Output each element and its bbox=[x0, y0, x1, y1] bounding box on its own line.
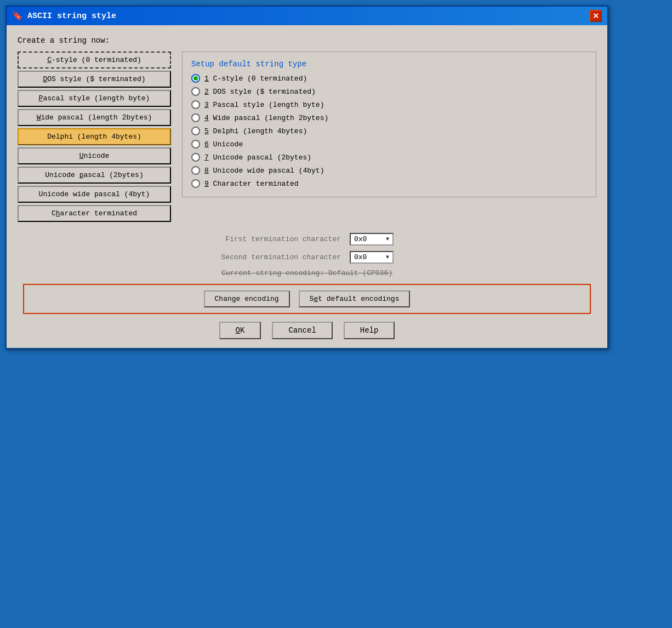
ok-button[interactable]: OK bbox=[219, 322, 261, 339]
window-title: ASCII string style bbox=[27, 12, 116, 21]
radio-4[interactable] bbox=[191, 113, 200, 122]
radio-label-2: 2 DOS style ($ terminated) bbox=[204, 88, 316, 96]
radio-6[interactable] bbox=[191, 140, 200, 149]
left-buttons: C-style (0 terminated) DOS style ($ term… bbox=[18, 52, 171, 222]
setup-group: Setup default string type 1 C-style (0 t… bbox=[182, 52, 596, 197]
create-label: Create a string now: bbox=[18, 36, 596, 45]
second-termination-label: Second termination character bbox=[220, 253, 341, 261]
btn-unicode-wide[interactable]: Unicode wide pascal (4byt) bbox=[18, 186, 171, 203]
first-termination-row: First termination character 0x0 ▼ bbox=[23, 233, 591, 246]
radio-label-8: 8 Unicode wide pascal (4byt) bbox=[204, 167, 324, 175]
radio-2[interactable] bbox=[191, 87, 200, 96]
radio-label-3: 3 Pascal style (length byte) bbox=[204, 101, 324, 109]
title-bar: 🔖 ASCII string style ✕ bbox=[7, 7, 607, 25]
window-icon: 🔖 bbox=[12, 10, 23, 21]
set-default-encodings-button[interactable]: Set default encodings bbox=[299, 290, 411, 307]
dialog-content: Create a string now: C-style (0 terminat… bbox=[7, 25, 607, 348]
radio-5[interactable] bbox=[191, 127, 200, 135]
radio-item-2[interactable]: 2 DOS style ($ terminated) bbox=[191, 87, 587, 96]
first-termination-label: First termination character bbox=[220, 235, 341, 243]
first-termination-select[interactable]: 0x0 ▼ bbox=[350, 233, 394, 246]
second-termination-arrow: ▼ bbox=[386, 254, 389, 260]
radio-label-1: 1 C-style (0 terminated) bbox=[204, 75, 307, 83]
radio-label-5: 5 Delphi (length 4bytes) bbox=[204, 127, 307, 135]
first-termination-arrow: ▼ bbox=[386, 236, 389, 242]
radio-label-9: 9 Character terminated bbox=[204, 180, 299, 188]
radio-item-1[interactable]: 1 C-style (0 terminated) bbox=[191, 74, 587, 83]
btn-dos-style[interactable]: DOS style ($ terminated) bbox=[18, 71, 171, 88]
radio-item-4[interactable]: 4 Wide pascal (length 2bytes) bbox=[191, 113, 587, 122]
radio-3[interactable] bbox=[191, 100, 200, 109]
btn-delphi[interactable]: Delphi (length 4bytes) bbox=[18, 128, 171, 145]
radio-item-3[interactable]: 3 Pascal style (length byte) bbox=[191, 100, 587, 109]
btn-wide-pascal[interactable]: Wide pascal (length 2bytes) bbox=[18, 109, 171, 126]
cancel-label: Cancel bbox=[288, 326, 316, 335]
main-layout: C-style (0 terminated) DOS style ($ term… bbox=[18, 52, 596, 222]
btn-unicode-pascal[interactable]: Unicode pascal (2bytes) bbox=[18, 167, 171, 184]
radio-item-7[interactable]: 7 Unicode pascal (2bytes) bbox=[191, 153, 587, 162]
radio-list: 1 C-style (0 terminated) 2 DOS style ($ … bbox=[191, 74, 587, 188]
radio-8[interactable] bbox=[191, 166, 200, 175]
second-termination-select[interactable]: 0x0 ▼ bbox=[350, 251, 394, 264]
radio-label-6: 6 Unicode bbox=[204, 140, 243, 149]
radio-label-7: 7 Unicode pascal (2bytes) bbox=[204, 153, 311, 162]
bottom-section: First termination character 0x0 ▼ Second… bbox=[18, 233, 596, 339]
encoding-box: Change encoding Set default encodings bbox=[23, 284, 591, 314]
radio-item-5[interactable]: 5 Delphi (length 4bytes) bbox=[191, 127, 587, 135]
second-termination-row: Second termination character 0x0 ▼ bbox=[23, 251, 591, 264]
ascii-string-style-dialog: 🔖 ASCII string style ✕ Create a string n… bbox=[5, 5, 608, 349]
help-label: Help bbox=[360, 326, 379, 335]
title-bar-left: 🔖 ASCII string style bbox=[12, 10, 116, 21]
radio-item-9[interactable]: 9 Character terminated bbox=[191, 179, 587, 188]
radio-label-4: 4 Wide pascal (length 2bytes) bbox=[204, 114, 328, 122]
close-button[interactable]: ✕ bbox=[590, 10, 602, 22]
btn-char-terminated[interactable]: Character terminated bbox=[18, 205, 171, 222]
btn-pascal-style[interactable]: Pascal style (length byte) bbox=[18, 90, 171, 107]
radio-1[interactable] bbox=[191, 74, 200, 83]
current-encoding-info: Current string encoding: Default (CP936) bbox=[23, 269, 591, 277]
setup-group-title: Setup default string type bbox=[191, 60, 587, 68]
change-encoding-button[interactable]: Change encoding bbox=[204, 290, 290, 307]
cancel-button[interactable]: Cancel bbox=[272, 322, 332, 339]
radio-item-6[interactable]: 6 Unicode bbox=[191, 140, 587, 149]
radio-item-8[interactable]: 8 Unicode wide pascal (4byt) bbox=[191, 166, 587, 175]
bottom-buttons: OK Cancel Help bbox=[23, 322, 591, 339]
radio-7[interactable] bbox=[191, 153, 200, 162]
second-termination-value: 0x0 bbox=[354, 253, 367, 261]
radio-9[interactable] bbox=[191, 179, 200, 188]
help-button[interactable]: Help bbox=[344, 322, 395, 339]
btn-unicode[interactable]: Unicode bbox=[18, 147, 171, 164]
btn-c-style[interactable]: C-style (0 terminated) bbox=[18, 52, 171, 68]
first-termination-value: 0x0 bbox=[354, 235, 367, 243]
